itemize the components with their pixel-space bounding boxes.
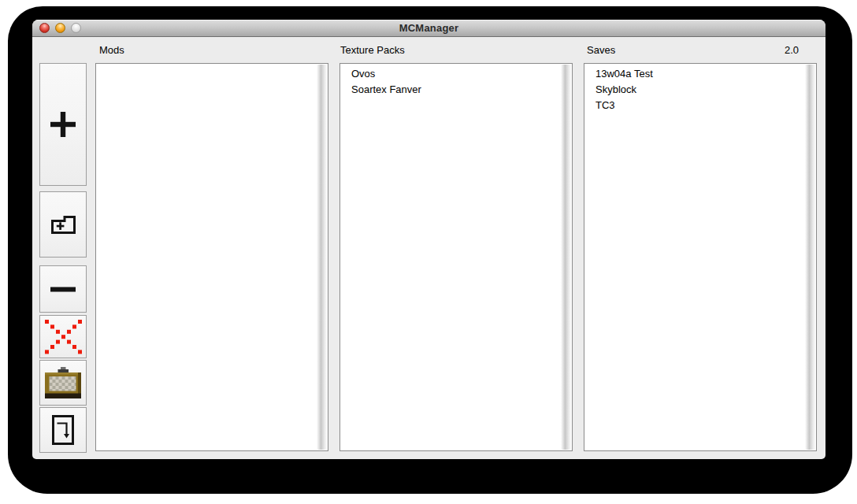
saves-list-items: 13w04a TestSkyblockTC3: [584, 66, 816, 113]
mods-list[interactable]: [95, 63, 328, 451]
close-button[interactable]: [39, 23, 50, 33]
add-folder-button[interactable]: [39, 191, 87, 258]
plus-icon: [50, 112, 76, 137]
list-item[interactable]: 13w04a Test: [584, 66, 816, 82]
list-item[interactable]: Skyblock: [584, 82, 816, 98]
app-window: MCManager: [32, 20, 825, 459]
red-x-icon: [45, 320, 82, 354]
minimize-button[interactable]: [55, 23, 65, 33]
folder-plus-icon: [51, 216, 76, 234]
zoom-button[interactable]: [71, 23, 81, 33]
delete-button[interactable]: [39, 315, 87, 358]
list-item[interactable]: Ovos: [340, 66, 572, 82]
remove-button[interactable]: [39, 265, 87, 313]
texture-packs-header: Texture Packs: [340, 44, 405, 56]
mods-scrollbar[interactable]: [317, 65, 327, 450]
list-item[interactable]: Soartex Fanver: [340, 82, 572, 98]
saves-scrollbar[interactable]: [805, 65, 815, 450]
minus-icon: [50, 287, 76, 292]
painting-icon: [45, 367, 81, 398]
list-item[interactable]: TC3: [584, 98, 816, 113]
painting-button[interactable]: [39, 360, 87, 406]
mods-header: Mods: [99, 44, 124, 56]
version-label: 2.0: [584, 44, 799, 56]
export-icon: [52, 415, 74, 445]
desktop: MCManager: [0, 0, 857, 504]
title-bar[interactable]: MCManager: [32, 20, 825, 37]
texture-packs-list[interactable]: OvosSoartex Fanver: [339, 63, 573, 451]
window-title: MCManager: [32, 20, 825, 37]
texture-packs-scrollbar[interactable]: [561, 65, 571, 450]
texture-packs-list-items: OvosSoartex Fanver: [340, 66, 572, 98]
add-button[interactable]: [39, 63, 87, 186]
export-button[interactable]: [39, 407, 87, 453]
saves-list[interactable]: 13w04a TestSkyblockTC3: [584, 63, 817, 451]
